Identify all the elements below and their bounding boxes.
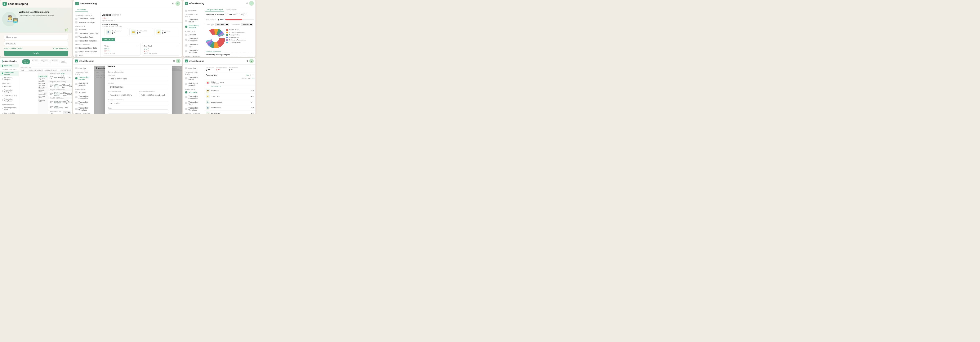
- menu-tags[interactable]: Transaction Tags: [73, 35, 100, 39]
- table-row[interactable]: 05:36 PMSalary Income ¥000 None: [48, 105, 72, 109]
- refresh-accounts-btn[interactable]: ↻: [250, 74, 251, 76]
- stats-menu-templates[interactable]: Transaction Templates: [183, 48, 204, 54]
- today-menu[interactable]: ⋯: [136, 45, 139, 47]
- stats-menu-overview[interactable]: Overview: [183, 9, 204, 13]
- stats-menu-accounts[interactable]: Accounts: [183, 33, 204, 37]
- per-page-select[interactable]: 15 25 50: [63, 111, 70, 114]
- stats-menu-statistics[interactable]: Statistics & Analysis: [183, 24, 204, 30]
- location-input[interactable]: No Location: [108, 101, 169, 105]
- tx-menu-categories[interactable]: Transaction Categories: [73, 94, 94, 100]
- acc-menu-txdetails[interactable]: Transaction Details: [183, 75, 204, 81]
- table-row[interactable]: 06:52 PMFood ¥000CCB Debit Card KFC: [48, 75, 72, 80]
- nav-overview[interactable]: Overview: [75, 7, 88, 12]
- sidebar-item-mobile[interactable]: Use on Mobile Device: [0, 111, 19, 114]
- menu-statistics[interactable]: Statistics & Analysis: [73, 21, 100, 24]
- date-group-dec2023[interactable]: December, 2023: [38, 95, 48, 99]
- stats-settings-icon[interactable]: ⚙: [246, 2, 248, 5]
- sidebar-item-accounts[interactable]: Accounts: [0, 85, 19, 88]
- menu-about[interactable]: About: [73, 54, 100, 57]
- add-account-btn[interactable]: Add: [246, 74, 249, 76]
- stats-menu-txdetails[interactable]: Transaction Details: [183, 18, 204, 24]
- date-group-nov2023[interactable]: November, 2023: [38, 99, 48, 103]
- modal-overlay[interactable]: Add Transaction Expense Income Transfer …: [94, 66, 182, 114]
- create-account-link[interactable]: Create an account: [38, 57, 54, 57]
- menu-transaction-details[interactable]: Transaction Details: [73, 17, 100, 21]
- timezone-input[interactable]: (UTC+08:00) System Default: [139, 93, 169, 97]
- tx-menu-details[interactable]: Transaction Details: [73, 75, 94, 81]
- tags-input[interactable]: [108, 109, 169, 113]
- tab-trend[interactable]: Trend Analysis: [224, 8, 238, 12]
- stats-menu-categories[interactable]: Transaction Categories: [183, 37, 204, 43]
- refresh-stats-btn[interactable]: ↻: [240, 13, 243, 16]
- date-group-apr2024[interactable]: April, 2024: [38, 85, 48, 87]
- more-accounts-btn[interactable]: ⋯: [252, 74, 254, 76]
- tx-menu-tags[interactable]: Transaction Tags: [73, 100, 94, 106]
- date-group-mar2024[interactable]: March, 2024: [38, 87, 48, 89]
- week-menu[interactable]: ⋯: [176, 45, 178, 47]
- acc-menu-templates[interactable]: Transaction Templates: [183, 106, 204, 112]
- date-group-may2024[interactable]: May, 2024: [38, 82, 48, 85]
- forgot-password-link[interactable]: Forgot Password?: [53, 47, 68, 50]
- table-row[interactable]: 10:11 AMTaxi & Car Rental ¥000CCB Debit …: [48, 83, 72, 89]
- menu-exchange[interactable]: Exchange Rates Data: [73, 46, 100, 50]
- view-details-button[interactable]: View Details: [102, 38, 115, 41]
- acc-menu-tags[interactable]: Transaction Tags: [183, 100, 204, 106]
- next-period-btn[interactable]: →: [237, 13, 240, 16]
- filter-income[interactable]: Income: [31, 59, 39, 64]
- tx-menu-accounts[interactable]: Accounts: [73, 91, 94, 94]
- tx-settings-icon[interactable]: ⚙: [173, 60, 175, 62]
- prev-period-btn[interactable]: ←: [225, 13, 228, 16]
- sidebar-item-templates[interactable]: Transaction Templates: [0, 97, 19, 103]
- acc-menu-accounts[interactable]: Accounts: [183, 91, 204, 94]
- sidebar-item-statistics[interactable]: Statistics & Analysis: [0, 76, 19, 82]
- account-row-debit-card[interactable]: 💳 Debit Card ¥ **: [204, 88, 256, 94]
- table-row[interactable]: 11:17 PMOut-of-Pocket Expense ¥000CCB De…: [48, 91, 72, 97]
- account-row-wallet[interactable]: 👛 Wallet Chinese Yuan ¥ * **: [204, 80, 256, 86]
- analysis-expense-secondary[interactable]: Expense By Secondary Cate...: [206, 56, 254, 57]
- tx-menu-stats[interactable]: Statistics & Analysis: [73, 81, 94, 87]
- menu-categories[interactable]: Transaction Categories: [73, 32, 100, 35]
- acc-menu-stats[interactable]: Statistics & Analysis: [183, 81, 204, 87]
- menu-accounts[interactable]: Accounts: [73, 28, 100, 32]
- tab-categorical[interactable]: Categorical Analysis: [205, 8, 224, 12]
- account-row-credit-card[interactable]: 💳 Credit Card ¥ **: [204, 94, 256, 99]
- toggle-balance-btn[interactable]: 👁: [252, 78, 254, 79]
- date-group-feb2024[interactable]: February, 2024: [38, 89, 48, 93]
- analysis-expense-by-account[interactable]: Expense By Account: [206, 50, 254, 53]
- accounts-settings-icon[interactable]: ⚙: [246, 60, 248, 62]
- sidebar-item-tags[interactable]: Transaction Tags: [0, 94, 19, 97]
- category-select[interactable]: Food & Drink > Food: [108, 77, 169, 81]
- date-group-aug2024[interactable]: August, 2024: [38, 75, 48, 78]
- sidebar-item-overview[interactable]: Overview: [0, 64, 19, 67]
- table-row[interactable]: 08:06 PMCredit Card Repayment ¥000CMB De…: [48, 99, 72, 105]
- sidebar-item-exchange[interactable]: Exchange Rates Data: [0, 106, 19, 111]
- time-input[interactable]: August 10, 2024 09:30 PM: [108, 93, 137, 97]
- username-input[interactable]: [4, 35, 68, 40]
- acc-menu-overview[interactable]: Overview: [183, 66, 204, 70]
- date-group-jul2024[interactable]: July, 2024: [38, 78, 48, 80]
- password-input[interactable]: [4, 41, 68, 46]
- refresh-icon[interactable]: ↻: [120, 14, 121, 16]
- account-row-debit-account[interactable]: 🏦 Debit Account ¥ **: [204, 105, 256, 111]
- tx-menu-templates[interactable]: Transaction Templates: [73, 106, 94, 112]
- tx-menu-overview[interactable]: Overview: [73, 66, 94, 70]
- login-button[interactable]: Log In: [4, 51, 68, 56]
- account-select[interactable]: CCB Debit Card: [108, 85, 169, 89]
- modify-balance-btn[interactable]: Modify Balance: [61, 60, 70, 63]
- sort-order-select[interactable]: Amount Name: [241, 23, 253, 26]
- settings-icon[interactable]: ⚙: [172, 2, 174, 5]
- mobile-link[interactable]: Use on Mobile Device: [4, 47, 22, 50]
- sidebar-item-transaction-details[interactable]: Transaction Details: [0, 70, 19, 76]
- wallet-tx-list-link[interactable]: Transaction List: [204, 86, 256, 88]
- date-group-jan2024[interactable]: January, 2024: [38, 93, 48, 95]
- filter-all-types[interactable]: All Types: [22, 59, 30, 64]
- account-row-virtual[interactable]: 💻 Virtual Account ¥ **: [204, 99, 256, 105]
- filter-transfer[interactable]: Transfer: [50, 59, 59, 64]
- acc-menu-categories[interactable]: Transaction Categories: [183, 94, 204, 100]
- analysis-expense-primary[interactable]: Expense By Primary Category: [206, 53, 254, 56]
- account-row-receivables[interactable]: 📋 Receivables ¥ **: [204, 111, 256, 114]
- amount-value[interactable]: 0.00: [108, 66, 169, 68]
- more-stats-btn[interactable]: ⋯: [244, 13, 247, 16]
- menu-mobile[interactable]: Use on Mobile Device: [73, 50, 100, 54]
- sidebar-item-categories[interactable]: Transaction Categories: [0, 88, 19, 94]
